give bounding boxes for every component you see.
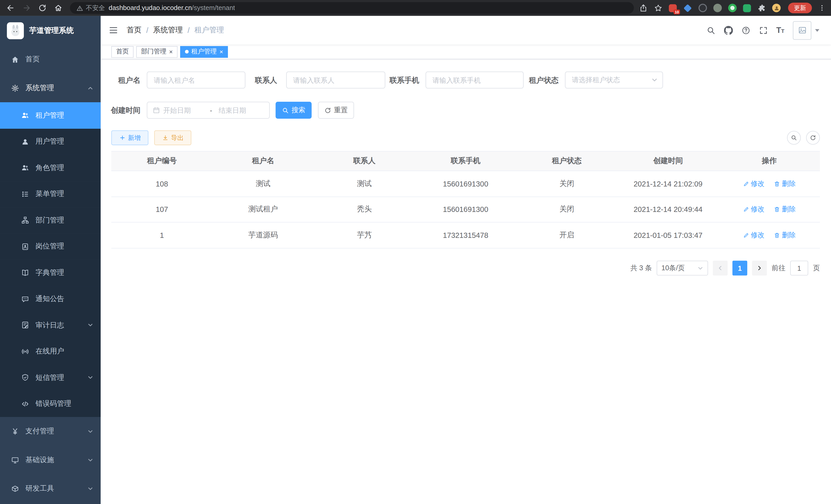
contact-cell: 测试: [314, 171, 415, 197]
delete-link[interactable]: 删除: [774, 230, 796, 240]
download-icon: [162, 135, 168, 141]
breadcrumb-home[interactable]: 首页: [127, 25, 142, 35]
logo[interactable]: 芋道管理系统: [0, 16, 101, 45]
sidebar-item-notice[interactable]: 通知公告: [0, 286, 101, 312]
help-icon[interactable]: [741, 26, 750, 35]
sidebar-item-dict-mgmt[interactable]: 字典管理: [0, 260, 101, 286]
navbar-actions: TT: [706, 21, 820, 39]
chevron-down-icon: [697, 265, 703, 271]
extension-icon-2[interactable]: [684, 4, 692, 12]
security-chip[interactable]: 不安全: [76, 3, 105, 12]
toggle-search-button[interactable]: [787, 131, 801, 145]
breadcrumb-separator: /: [146, 26, 148, 34]
sidebar-item-system-mgmt[interactable]: 系统管理: [0, 74, 101, 102]
forward-icon[interactable]: [22, 4, 31, 12]
kebab-menu-icon[interactable]: [819, 4, 826, 12]
edit-icon: [743, 181, 749, 187]
sidebar-item-online-users[interactable]: 在线用户: [0, 338, 101, 364]
add-button[interactable]: 新增: [111, 130, 148, 145]
header-search-icon[interactable]: [706, 26, 715, 35]
reset-button[interactable]: 重置: [318, 102, 354, 119]
edit-link[interactable]: 修改: [743, 205, 765, 214]
refresh-table-button[interactable]: [806, 131, 820, 145]
search-button[interactable]: 搜索: [276, 102, 312, 119]
extension-icon-3[interactable]: [698, 4, 707, 12]
page-number-1[interactable]: 1: [732, 261, 747, 276]
sidebar-item-post-mgmt[interactable]: 岗位管理: [0, 234, 101, 260]
phone-cell: 15601691300: [415, 171, 516, 197]
url-domain: dashboard.yudao.iocoder.cn: [109, 4, 192, 12]
sidebar-item-payment-mgmt[interactable]: 支付管理: [0, 417, 101, 445]
sidebar-item-home[interactable]: 首页: [0, 45, 101, 73]
bookmark-star-icon[interactable]: [654, 4, 662, 12]
sidebar-item-menu-mgmt[interactable]: 菜单管理: [0, 181, 101, 207]
export-button[interactable]: 导出: [154, 130, 191, 145]
delete-label: 删除: [782, 230, 796, 240]
fullscreen-icon[interactable]: [759, 26, 768, 35]
extension-icon-1[interactable]: 10: [669, 4, 677, 12]
edit-link[interactable]: 修改: [743, 179, 765, 188]
phone-input[interactable]: [426, 71, 524, 88]
delete-link[interactable]: 删除: [774, 179, 796, 188]
sidebar-item-infrastructure[interactable]: 基础设施: [0, 446, 101, 474]
col-contact: 联系人: [314, 151, 415, 171]
update-button[interactable]: 更新: [788, 3, 812, 13]
sidebar-item-label: 短信管理: [35, 373, 64, 382]
sidebar-item-dept-mgmt[interactable]: 部门管理: [0, 207, 101, 233]
date-range-picker[interactable]: -: [147, 102, 270, 119]
sidebar-item-error-code-mgmt[interactable]: 错误码管理: [0, 391, 101, 417]
extension-icon-4[interactable]: [713, 4, 722, 12]
extensions-puzzle-icon[interactable]: [757, 4, 766, 12]
sidebar-item-label: 租户管理: [35, 111, 64, 120]
sidebar-item-audit-log[interactable]: 审计日志: [0, 312, 101, 338]
font-size-icon[interactable]: TT: [776, 25, 784, 35]
actions-cell: 修改 删除: [719, 171, 820, 197]
sidebar-item-tenant-mgmt[interactable]: 租户管理: [0, 102, 101, 128]
breadcrumb-system-mgmt[interactable]: 系统管理: [153, 25, 183, 35]
reload-icon[interactable]: [38, 4, 47, 12]
tab-home[interactable]: 首页: [111, 46, 134, 57]
extension-icon-5-glyph: [730, 6, 735, 10]
sidebar-item-label: 角色管理: [35, 163, 64, 173]
tenant-name-input[interactable]: [147, 71, 246, 88]
sidebar-item-dev-tools[interactable]: 研发工具: [0, 474, 101, 503]
sidebar-item-user-mgmt[interactable]: 用户管理: [0, 128, 101, 155]
menu-fold-icon[interactable]: [109, 25, 118, 35]
tab-tenant-mgmt[interactable]: 租户管理 ×: [180, 46, 228, 57]
browser-home-icon[interactable]: [54, 4, 62, 12]
extension-icon-6[interactable]: [743, 4, 751, 12]
list-icon: [21, 190, 29, 198]
goto-page-input[interactable]: [790, 261, 808, 276]
sidebar-item-sms-mgmt[interactable]: 短信管理: [0, 364, 101, 391]
sidebar-menu: 首页 系统管理 租户管理 用户管理 角色管理: [0, 45, 101, 503]
back-icon[interactable]: [6, 4, 15, 12]
next-page-button[interactable]: [752, 261, 767, 276]
date-start-input[interactable]: [163, 106, 203, 114]
sidebar-item-role-mgmt[interactable]: 角色管理: [0, 155, 101, 181]
page-size-select[interactable]: 10条/页: [657, 261, 708, 276]
address-bar[interactable]: 不安全 dashboard.yudao.iocoder.cn/system/te…: [70, 2, 634, 13]
prev-page-button[interactable]: [713, 261, 728, 276]
col-tenant-name: 租户名: [212, 151, 314, 171]
browser-nav-buttons: [4, 4, 65, 12]
edit-link[interactable]: 修改: [743, 230, 765, 240]
github-icon[interactable]: [724, 26, 733, 35]
sidebar-item-label: 支付管理: [25, 426, 54, 436]
tenant-id-cell: 1: [111, 222, 212, 248]
user-avatar-dropdown[interactable]: [793, 21, 820, 39]
profile-avatar-icon[interactable]: [772, 4, 781, 12]
contact-input[interactable]: [286, 71, 385, 88]
close-icon[interactable]: ×: [169, 49, 173, 55]
chevron-down-icon: [87, 485, 93, 492]
delete-link[interactable]: 删除: [774, 205, 796, 214]
status-select[interactable]: 请选择租户状态: [565, 71, 663, 88]
close-icon[interactable]: ×: [220, 49, 223, 55]
actions-cell: 修改 删除: [719, 197, 820, 222]
box-icon: [11, 484, 19, 493]
tab-dept-mgmt[interactable]: 部门管理 ×: [136, 46, 177, 57]
date-end-input[interactable]: [219, 106, 259, 114]
share-icon[interactable]: [639, 4, 648, 12]
trash-icon: [774, 181, 780, 187]
search-icon: [791, 135, 797, 141]
extension-icon-5[interactable]: [728, 4, 737, 12]
